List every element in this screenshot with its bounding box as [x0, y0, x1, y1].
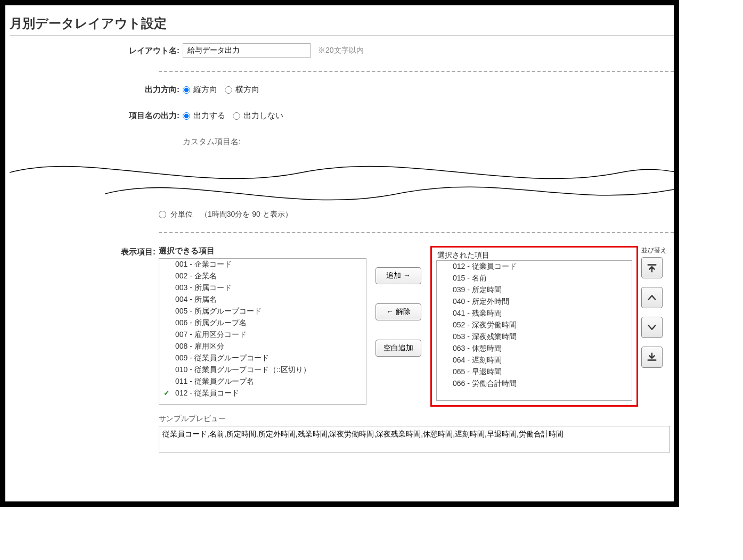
display-items-label: 表示項目: — [10, 246, 159, 257]
output-itemname-radio-1[interactable] — [233, 112, 240, 120]
title-divider — [10, 35, 674, 36]
available-item[interactable]: 001 - 企業コード — [159, 259, 366, 270]
custom-item-name-label: カスタム項目名: — [10, 137, 244, 147]
available-list-title: 選択できる項目 — [159, 246, 366, 256]
sample-preview-label: サンプルプレビュー — [159, 414, 674, 424]
selected-item[interactable]: 041 - 残業時間 — [437, 308, 632, 319]
selected-item[interactable]: 040 - 所定外時間 — [437, 296, 632, 308]
layout-name-input[interactable] — [183, 43, 311, 58]
output-direction-label: 出力方向: — [10, 85, 183, 95]
available-item[interactable]: 006 - 所属グループ名 — [159, 317, 366, 329]
page-title: 月別データレイアウト設定 — [10, 15, 674, 32]
minute-unit-label: 分単位 （1時間30分を 90 と表示） — [170, 210, 292, 219]
output-itemname-label: 項目名の出力: — [10, 111, 183, 121]
output-direction-option-0[interactable]: 縦方向 — [183, 85, 217, 95]
selected-item[interactable]: 053 - 深夜残業時間 — [437, 331, 632, 343]
selected-item[interactable]: 012 - 従業員コード — [437, 261, 632, 273]
layout-name-hint: ※20文字以内 — [318, 46, 364, 55]
sort-top-button[interactable] — [641, 257, 663, 278]
output-direction-option-1[interactable]: 横方向 — [225, 85, 259, 95]
output-direction-radio-0[interactable] — [183, 86, 190, 94]
selected-item[interactable]: 065 - 早退時間 — [437, 366, 632, 378]
sort-bottom-button[interactable] — [641, 347, 663, 368]
available-item[interactable]: 011 - 従業員グループ名 — [159, 376, 366, 388]
sort-label: 並び替え — [641, 246, 668, 255]
available-item[interactable]: 009 - 従業員グループコード — [159, 352, 366, 364]
output-itemname-option-0[interactable]: 出力する — [183, 111, 225, 121]
selected-item[interactable]: 052 - 深夜労働時間 — [437, 319, 632, 331]
selected-item[interactable]: 039 - 所定時間 — [437, 284, 632, 296]
minute-unit-radio[interactable] — [159, 211, 166, 218]
section-divider-2 — [159, 232, 674, 233]
available-item[interactable]: 007 - 雇用区分コード — [159, 329, 366, 341]
output-direction-radio-1[interactable] — [225, 86, 232, 94]
available-item[interactable]: 003 - 所属コード — [159, 282, 366, 294]
available-item[interactable]: 008 - 雇用区分 — [159, 341, 366, 352]
sort-down-button[interactable] — [641, 317, 663, 338]
available-listbox[interactable]: 001 - 企業コード002 - 企業名003 - 所属コード004 - 所属名… — [159, 258, 366, 405]
sort-up-button[interactable] — [641, 287, 663, 308]
available-item[interactable]: ✓012 - 従業員コード — [159, 388, 366, 399]
add-button[interactable]: 追加 → — [375, 267, 421, 284]
sample-preview-textarea[interactable] — [159, 426, 670, 452]
selected-item[interactable]: 015 - 名前 — [437, 273, 632, 284]
selected-item[interactable]: 066 - 労働合計時間 — [437, 378, 632, 390]
selected-item[interactable]: 064 - 遅刻時間 — [437, 355, 632, 366]
output-itemname-option-1[interactable]: 出力しない — [233, 111, 283, 121]
remove-button[interactable]: ← 解除 — [375, 303, 421, 320]
selected-item[interactable]: 063 - 休憩時間 — [437, 343, 632, 355]
selected-listbox[interactable]: 012 - 従業員コード015 - 名前039 - 所定時間040 - 所定外時… — [436, 260, 632, 401]
add-blank-button[interactable]: 空白追加 — [375, 340, 421, 357]
selected-list-title: 選択された項目 — [437, 251, 632, 260]
content-omitted-wave — [10, 157, 674, 204]
section-divider-1 — [159, 71, 674, 72]
output-itemname-radio-0[interactable] — [183, 112, 190, 120]
available-item[interactable]: 010 - 従業員グループコード（::区切り） — [159, 364, 366, 376]
available-item[interactable]: 002 - 企業名 — [159, 270, 366, 282]
check-icon: ✓ — [164, 389, 170, 397]
available-item[interactable]: 005 - 所属グループコード — [159, 306, 366, 317]
available-item[interactable]: 004 - 所属名 — [159, 294, 366, 306]
layout-name-label: レイアウト名: — [10, 46, 183, 56]
selected-items-highlight: 選択された項目 012 - 従業員コード015 - 名前039 - 所定時間04… — [430, 246, 638, 407]
